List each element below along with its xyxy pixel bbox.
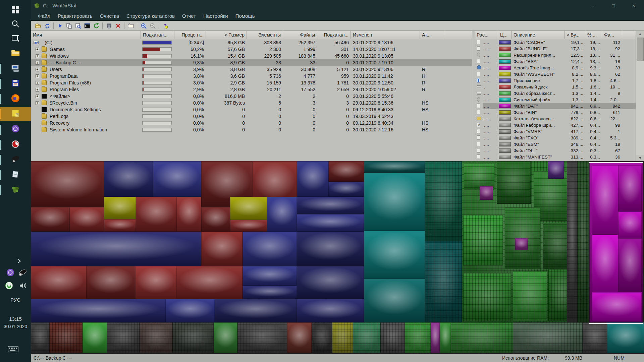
tree-row[interactable]: +Program Files (x86)3,0%2,9 GB15 15913 3…: [31, 79, 472, 86]
treemap-block[interactable]: [364, 173, 425, 231]
treemap-block[interactable]: [153, 161, 201, 197]
treemap-block[interactable]: [136, 197, 177, 232]
treemap-block[interactable]: [69, 207, 104, 232]
treemap-block[interactable]: [201, 232, 242, 266]
treemap-block[interactable]: [440, 322, 451, 353]
extension-row[interactable]: ....Файл "W3SPEECH"8,2 ...8,6...62: [475, 71, 644, 77]
treemap-block[interactable]: [107, 322, 140, 353]
treemap-block[interactable]: [267, 197, 297, 232]
treemap-block[interactable]: [364, 279, 425, 322]
menu-item-2[interactable]: Очистка: [96, 11, 123, 21]
expand-icon[interactable]: +: [36, 61, 39, 65]
tree-row[interactable]: System Volume Information0,0%000030.01.2…: [31, 126, 472, 133]
open-button[interactable]: [34, 22, 42, 30]
treemap-block[interactable]: [592, 292, 642, 321]
comodo-button[interactable]: [0, 138, 31, 152]
treemap-block[interactable]: [618, 165, 641, 212]
treemap-block[interactable]: [243, 232, 297, 266]
treemap-block[interactable]: [463, 273, 511, 321]
tree-row[interactable]: +Program Files2,9%2,8 GB20 21117 5522 65…: [31, 86, 472, 93]
treemap-block[interactable]: [513, 271, 547, 321]
treemap-block[interactable]: [104, 219, 136, 232]
treemap-block[interactable]: [297, 161, 328, 197]
zoom-in-button[interactable]: [139, 22, 148, 30]
menu-item-5[interactable]: Настройки: [200, 11, 232, 21]
explorer-here-button[interactable]: [74, 22, 82, 30]
treemap-block[interactable]: [463, 215, 503, 265]
treemap-block[interactable]: [451, 322, 513, 353]
expand-icon[interactable]: +: [36, 95, 39, 98]
treemap-block[interactable]: [104, 197, 136, 219]
tree-row[interactable]: +Games60,2%57,6 GB2 3001 99930114.01.202…: [31, 46, 472, 53]
treemap-block[interactable]: [297, 214, 364, 232]
spray-tool-button[interactable]: [0, 153, 31, 167]
treemap-block[interactable]: [31, 322, 49, 353]
treemap-block[interactable]: [353, 322, 380, 353]
treemap-block[interactable]: [83, 322, 107, 353]
touch-keyboard-icon[interactable]: [7, 344, 19, 354]
treemap-block[interactable]: [237, 322, 287, 353]
treemap-block[interactable]: [513, 322, 583, 353]
treemap-block[interactable]: [577, 161, 590, 322]
extension-row[interactable]: ....Файл "BSA"12,4...13,...18: [475, 58, 644, 65]
viber-button[interactable]: [0, 123, 31, 137]
tree-row[interactable]: Documents and Settings0,0%000009.12.2019…: [31, 106, 472, 113]
resume-button[interactable]: [56, 22, 64, 30]
tree-column-header-0[interactable]: Имя: [31, 31, 141, 39]
treemap-block[interactable]: [607, 322, 644, 353]
delete-to-recycle-button[interactable]: [105, 22, 113, 30]
tree-row[interactable]: +ProgramData3,8%3,6 GB5 7364 77795930.01…: [31, 73, 472, 79]
language-indicator[interactable]: РУС: [0, 297, 31, 303]
tray-viber-icon[interactable]: [5, 267, 16, 278]
remote-app-button[interactable]: [0, 62, 31, 76]
tree-row[interactable]: (C:)[0:34 s]95,8 GB308 893252 39756 4963…: [31, 39, 472, 46]
minimize-button[interactable]: –: [583, 0, 603, 11]
tree-column-header-7[interactable]: Изменен: [351, 31, 420, 39]
extension-row[interactable]: ....Системный файл1,3 ...1,4...2 0...: [475, 97, 644, 103]
extension-row[interactable]: ....Каталог безопасн...622,...0,6...22 .…: [475, 116, 644, 122]
treemap-block[interactable]: [583, 322, 607, 353]
zoom-out-button[interactable]: [148, 22, 157, 30]
treemap-block[interactable]: [86, 266, 135, 299]
extension-row[interactable]: ....Расширение прил...12,5...13,...31 ..…: [475, 52, 644, 58]
treemap-block[interactable]: [592, 235, 619, 293]
tree-column-header-8[interactable]: Ат...: [420, 31, 445, 39]
treemap-block[interactable]: [104, 161, 153, 197]
extension-row[interactable]: ....Файл "FXO"389,...0,4...5 3...: [475, 135, 644, 141]
tree-column-header-2[interactable]: Процент...: [174, 31, 206, 39]
treemap-block[interactable]: [230, 220, 267, 232]
tree-column-header-6[interactable]: Подкатал...: [317, 31, 351, 39]
treemap-block[interactable]: [49, 322, 83, 353]
treemap-block[interactable]: [135, 266, 177, 299]
treemap-block[interactable]: [425, 161, 462, 241]
extension-row[interactable]: ....Файл "ESM"346,...0,4...18: [475, 141, 644, 147]
refresh-selected-button[interactable]: [92, 22, 100, 30]
extension-row[interactable]: ....Файл "BIN"779,...0,8...611: [475, 109, 644, 116]
tray-utorrent-icon[interactable]: [3, 280, 15, 291]
tree-row[interactable]: Recovery0,0%000009.12.2019 8:40:34HS: [31, 120, 472, 126]
extension-row[interactable]: ....Файл набора шри...427,...0,4...98: [475, 122, 644, 128]
scroll-down-icon[interactable]: ▼: [636, 155, 644, 161]
windirstat-taskbar-button[interactable]: [0, 107, 31, 121]
treemap-block[interactable]: [380, 322, 405, 353]
menu-item-6[interactable]: Помощь: [232, 11, 259, 21]
treemap-block[interactable]: [31, 232, 201, 266]
scrollbar-thumb[interactable]: [637, 38, 644, 61]
maximize-button[interactable]: □: [603, 0, 624, 11]
treemap-block[interactable]: [287, 322, 312, 353]
expand-icon[interactable]: +: [36, 88, 39, 92]
tree-column-header-1[interactable]: Подкатал...: [141, 31, 174, 39]
new-folder-button[interactable]: [126, 22, 135, 30]
tree-row[interactable]: +Windows16,1%15,4 GB229 505183 84545 660…: [31, 53, 472, 59]
ext-column-header-5[interactable]: Фа...: [602, 31, 622, 39]
treemap-block[interactable]: [297, 299, 364, 322]
ext-column-header-2[interactable]: Описание: [512, 31, 565, 39]
extension-row[interactable]: ....Файл образа жест...1,3 ...1,4...8: [475, 90, 644, 97]
extension-row[interactable]: ....Файл "MANIFEST"313,...0,3...36: [475, 154, 644, 160]
treemap-block[interactable]: [618, 238, 641, 292]
treemap-block[interactable]: [214, 322, 237, 353]
treemap-block[interactable]: [31, 299, 166, 322]
extension-row[interactable]: ....Файл "VMRS"417,...0,4...1: [475, 128, 644, 135]
treemap-block[interactable]: [364, 161, 425, 173]
scroll-up-icon[interactable]: ▲: [636, 31, 644, 37]
